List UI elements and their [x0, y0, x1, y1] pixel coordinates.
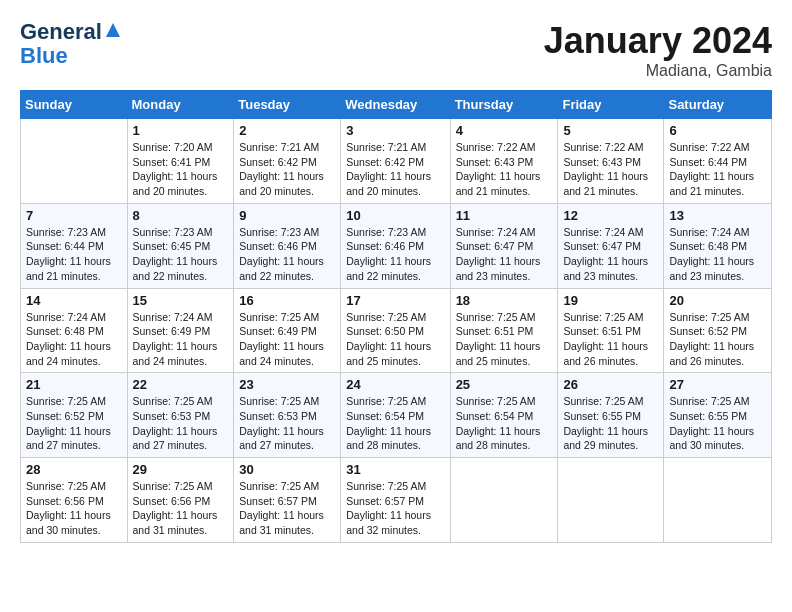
day-number: 5 — [563, 123, 658, 138]
svg-marker-0 — [106, 23, 120, 37]
weekday-header: Monday — [127, 91, 234, 119]
page-header: General Blue January 2024 Madiana, Gambi… — [20, 20, 772, 80]
calendar-week-row: 7Sunrise: 7:23 AMSunset: 6:44 PMDaylight… — [21, 203, 772, 288]
logo-blue: Blue — [20, 43, 68, 68]
weekday-header-row: SundayMondayTuesdayWednesdayThursdayFrid… — [21, 91, 772, 119]
day-number: 8 — [133, 208, 229, 223]
day-number: 24 — [346, 377, 444, 392]
day-info: Sunrise: 7:25 AMSunset: 6:56 PMDaylight:… — [133, 479, 229, 538]
calendar-cell — [450, 458, 558, 543]
day-number: 3 — [346, 123, 444, 138]
day-info: Sunrise: 7:24 AMSunset: 6:48 PMDaylight:… — [669, 225, 766, 284]
calendar-week-row: 21Sunrise: 7:25 AMSunset: 6:52 PMDayligh… — [21, 373, 772, 458]
calendar-cell: 18Sunrise: 7:25 AMSunset: 6:51 PMDayligh… — [450, 288, 558, 373]
calendar-cell — [21, 119, 128, 204]
calendar-cell: 2Sunrise: 7:21 AMSunset: 6:42 PMDaylight… — [234, 119, 341, 204]
logo-icon — [104, 21, 122, 39]
day-number: 31 — [346, 462, 444, 477]
day-info: Sunrise: 7:24 AMSunset: 6:47 PMDaylight:… — [456, 225, 553, 284]
calendar-cell: 11Sunrise: 7:24 AMSunset: 6:47 PMDayligh… — [450, 203, 558, 288]
day-info: Sunrise: 7:25 AMSunset: 6:49 PMDaylight:… — [239, 310, 335, 369]
calendar-cell: 7Sunrise: 7:23 AMSunset: 6:44 PMDaylight… — [21, 203, 128, 288]
day-info: Sunrise: 7:25 AMSunset: 6:51 PMDaylight:… — [563, 310, 658, 369]
calendar-week-row: 14Sunrise: 7:24 AMSunset: 6:48 PMDayligh… — [21, 288, 772, 373]
day-number: 1 — [133, 123, 229, 138]
calendar-cell: 13Sunrise: 7:24 AMSunset: 6:48 PMDayligh… — [664, 203, 772, 288]
weekday-header: Sunday — [21, 91, 128, 119]
day-number: 23 — [239, 377, 335, 392]
day-number: 4 — [456, 123, 553, 138]
day-number: 14 — [26, 293, 122, 308]
calendar-cell: 30Sunrise: 7:25 AMSunset: 6:57 PMDayligh… — [234, 458, 341, 543]
day-info: Sunrise: 7:23 AMSunset: 6:45 PMDaylight:… — [133, 225, 229, 284]
day-info: Sunrise: 7:24 AMSunset: 6:49 PMDaylight:… — [133, 310, 229, 369]
calendar-cell: 29Sunrise: 7:25 AMSunset: 6:56 PMDayligh… — [127, 458, 234, 543]
weekday-header: Saturday — [664, 91, 772, 119]
calendar-cell — [558, 458, 664, 543]
day-number: 16 — [239, 293, 335, 308]
calendar-cell: 23Sunrise: 7:25 AMSunset: 6:53 PMDayligh… — [234, 373, 341, 458]
day-number: 13 — [669, 208, 766, 223]
calendar-cell: 31Sunrise: 7:25 AMSunset: 6:57 PMDayligh… — [341, 458, 450, 543]
calendar-cell: 8Sunrise: 7:23 AMSunset: 6:45 PMDaylight… — [127, 203, 234, 288]
calendar-body: 1Sunrise: 7:20 AMSunset: 6:41 PMDaylight… — [21, 119, 772, 543]
calendar-cell: 19Sunrise: 7:25 AMSunset: 6:51 PMDayligh… — [558, 288, 664, 373]
day-info: Sunrise: 7:25 AMSunset: 6:55 PMDaylight:… — [669, 394, 766, 453]
calendar-week-row: 28Sunrise: 7:25 AMSunset: 6:56 PMDayligh… — [21, 458, 772, 543]
day-info: Sunrise: 7:22 AMSunset: 6:43 PMDaylight:… — [456, 140, 553, 199]
calendar-cell: 27Sunrise: 7:25 AMSunset: 6:55 PMDayligh… — [664, 373, 772, 458]
day-number: 7 — [26, 208, 122, 223]
weekday-header: Tuesday — [234, 91, 341, 119]
day-number: 22 — [133, 377, 229, 392]
calendar-cell: 14Sunrise: 7:24 AMSunset: 6:48 PMDayligh… — [21, 288, 128, 373]
calendar-cell: 26Sunrise: 7:25 AMSunset: 6:55 PMDayligh… — [558, 373, 664, 458]
day-number: 28 — [26, 462, 122, 477]
day-number: 2 — [239, 123, 335, 138]
calendar-cell — [664, 458, 772, 543]
day-info: Sunrise: 7:25 AMSunset: 6:54 PMDaylight:… — [346, 394, 444, 453]
calendar-cell: 22Sunrise: 7:25 AMSunset: 6:53 PMDayligh… — [127, 373, 234, 458]
day-info: Sunrise: 7:25 AMSunset: 6:50 PMDaylight:… — [346, 310, 444, 369]
day-info: Sunrise: 7:20 AMSunset: 6:41 PMDaylight:… — [133, 140, 229, 199]
day-number: 19 — [563, 293, 658, 308]
calendar-week-row: 1Sunrise: 7:20 AMSunset: 6:41 PMDaylight… — [21, 119, 772, 204]
day-info: Sunrise: 7:22 AMSunset: 6:43 PMDaylight:… — [563, 140, 658, 199]
day-number: 25 — [456, 377, 553, 392]
day-number: 15 — [133, 293, 229, 308]
day-info: Sunrise: 7:25 AMSunset: 6:52 PMDaylight:… — [26, 394, 122, 453]
calendar-cell: 4Sunrise: 7:22 AMSunset: 6:43 PMDaylight… — [450, 119, 558, 204]
calendar-cell: 17Sunrise: 7:25 AMSunset: 6:50 PMDayligh… — [341, 288, 450, 373]
day-info: Sunrise: 7:25 AMSunset: 6:53 PMDaylight:… — [133, 394, 229, 453]
day-info: Sunrise: 7:25 AMSunset: 6:57 PMDaylight:… — [239, 479, 335, 538]
calendar-cell: 1Sunrise: 7:20 AMSunset: 6:41 PMDaylight… — [127, 119, 234, 204]
calendar-cell: 15Sunrise: 7:24 AMSunset: 6:49 PMDayligh… — [127, 288, 234, 373]
day-info: Sunrise: 7:23 AMSunset: 6:44 PMDaylight:… — [26, 225, 122, 284]
day-number: 9 — [239, 208, 335, 223]
day-info: Sunrise: 7:25 AMSunset: 6:53 PMDaylight:… — [239, 394, 335, 453]
calendar-cell: 5Sunrise: 7:22 AMSunset: 6:43 PMDaylight… — [558, 119, 664, 204]
calendar-cell: 20Sunrise: 7:25 AMSunset: 6:52 PMDayligh… — [664, 288, 772, 373]
calendar-cell: 21Sunrise: 7:25 AMSunset: 6:52 PMDayligh… — [21, 373, 128, 458]
day-info: Sunrise: 7:25 AMSunset: 6:51 PMDaylight:… — [456, 310, 553, 369]
calendar-table: SundayMondayTuesdayWednesdayThursdayFrid… — [20, 90, 772, 543]
day-number: 12 — [563, 208, 658, 223]
day-number: 26 — [563, 377, 658, 392]
weekday-header: Thursday — [450, 91, 558, 119]
day-info: Sunrise: 7:25 AMSunset: 6:52 PMDaylight:… — [669, 310, 766, 369]
day-info: Sunrise: 7:24 AMSunset: 6:47 PMDaylight:… — [563, 225, 658, 284]
day-number: 11 — [456, 208, 553, 223]
day-info: Sunrise: 7:23 AMSunset: 6:46 PMDaylight:… — [346, 225, 444, 284]
day-info: Sunrise: 7:23 AMSunset: 6:46 PMDaylight:… — [239, 225, 335, 284]
day-number: 18 — [456, 293, 553, 308]
day-info: Sunrise: 7:24 AMSunset: 6:48 PMDaylight:… — [26, 310, 122, 369]
weekday-header: Wednesday — [341, 91, 450, 119]
calendar-cell: 25Sunrise: 7:25 AMSunset: 6:54 PMDayligh… — [450, 373, 558, 458]
day-info: Sunrise: 7:21 AMSunset: 6:42 PMDaylight:… — [346, 140, 444, 199]
day-number: 30 — [239, 462, 335, 477]
calendar-cell: 6Sunrise: 7:22 AMSunset: 6:44 PMDaylight… — [664, 119, 772, 204]
day-info: Sunrise: 7:25 AMSunset: 6:54 PMDaylight:… — [456, 394, 553, 453]
calendar-cell: 28Sunrise: 7:25 AMSunset: 6:56 PMDayligh… — [21, 458, 128, 543]
calendar-cell: 3Sunrise: 7:21 AMSunset: 6:42 PMDaylight… — [341, 119, 450, 204]
weekday-header: Friday — [558, 91, 664, 119]
calendar-cell: 24Sunrise: 7:25 AMSunset: 6:54 PMDayligh… — [341, 373, 450, 458]
